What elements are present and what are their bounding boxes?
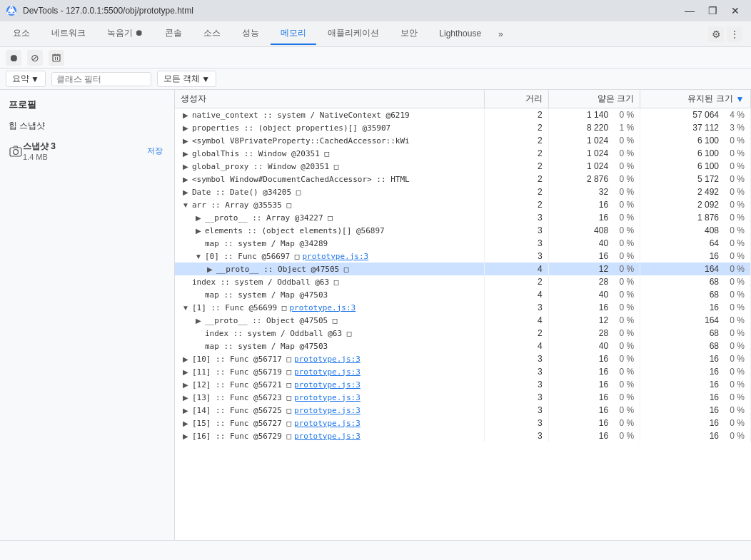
maximize-button[interactable]: ❐: [702, 4, 722, 18]
source-link[interactable]: prototype.js:3: [294, 393, 361, 402]
tab-recorder[interactable]: 녹음기 ⏺: [97, 23, 153, 45]
col-retained[interactable]: 유지된 크기 ▼: [640, 90, 750, 108]
tab-network[interactable]: 네트워크: [41, 23, 96, 45]
expand-button[interactable]: [193, 238, 203, 248]
more-options-button[interactable]: ⋮: [727, 26, 742, 42]
expand-button[interactable]: ▶: [205, 264, 215, 274]
all-objects-select[interactable]: 모든 객체 ▼: [157, 71, 216, 87]
expand-button[interactable]: ▶: [181, 187, 191, 197]
table-row[interactable]: ▶[12] :: Func @56721 □ prototype.js:3316…: [175, 378, 751, 391]
expand-button[interactable]: ▶: [181, 123, 191, 133]
table-row[interactable]: ▶properties :: (object properties)[] @35…: [175, 121, 751, 134]
expand-button[interactable]: ▶: [181, 418, 191, 428]
tab-application[interactable]: 애플리케이션: [318, 23, 389, 45]
expand-button[interactable]: ▶: [193, 213, 203, 223]
table-row[interactable]: ▼[1] :: Func @56699 □ prototype.js:33160…: [175, 301, 751, 314]
table-row[interactable]: ▶__proto__ :: Object @47505 □4120 %1640 …: [175, 314, 751, 327]
table-row[interactable]: ▶native_context :: system / NativeContex…: [175, 108, 751, 122]
expand-button[interactable]: ▶: [181, 367, 191, 377]
trash-button[interactable]: [49, 50, 64, 66]
snapshot-item[interactable]: 스냅샷 3 1.4 MB 저장: [0, 138, 174, 164]
expand-button[interactable]: ▶: [181, 392, 191, 402]
tab-lighthouse[interactable]: Lighthouse: [429, 24, 491, 44]
table-row[interactable]: index :: system / Oddball @63 □2280 %680…: [175, 275, 751, 288]
retained-value: 64: [710, 238, 722, 248]
distance-cell: 3: [484, 211, 548, 224]
expand-button[interactable]: [193, 328, 203, 338]
table-row[interactable]: ▶Date :: Date() @34205 □2320 %2 4920 %: [175, 185, 751, 198]
expand-button[interactable]: [193, 290, 203, 300]
table-row[interactable]: ▶[11] :: Func @56719 □ prototype.js:3316…: [175, 365, 751, 378]
table-row[interactable]: ▶elements :: (object elements)[] @568973…: [175, 224, 751, 237]
tab-sources[interactable]: 소스: [193, 23, 231, 45]
distance-cell: 2: [484, 185, 548, 198]
table-row[interactable]: ▶<symbol V8PrivateProperty::CachedAccess…: [175, 134, 751, 147]
table-row[interactable]: ▶[10] :: Func @56717 □ prototype.js:3316…: [175, 352, 751, 365]
table-row[interactable]: map :: system / Map @342893400 %640 %: [175, 237, 751, 250]
class-filter-input[interactable]: [51, 72, 151, 86]
tab-elements[interactable]: 요소: [3, 23, 40, 45]
expand-button[interactable]: ▶: [181, 431, 191, 441]
expand-button[interactable]: ▶: [181, 136, 191, 146]
table-row[interactable]: ▶global_proxy :: Window @20351 □21 0240 …: [175, 160, 751, 173]
record-button[interactable]: ⏺: [6, 50, 21, 66]
table-row[interactable]: ▶<symbol Window#DocumentCachedAccessor> …: [175, 173, 751, 185]
col-distance[interactable]: 거리: [484, 90, 548, 108]
table-row[interactable]: ▶__proto__ :: Array @34227 □3160 %1 8760…: [175, 211, 751, 224]
clear-button[interactable]: ⊘: [27, 50, 43, 66]
tab-performance[interactable]: 성능: [232, 23, 269, 45]
table-row[interactable]: ▶[15] :: Func @56727 □ prototype.js:3316…: [175, 417, 751, 429]
source-link[interactable]: prototype.js:3: [294, 355, 361, 364]
source-link[interactable]: prototype.js:3: [294, 419, 361, 428]
table-row[interactable]: ▼arr :: Array @35535 □2160 %2 0920 %: [175, 198, 751, 211]
tab-memory[interactable]: 메모리: [271, 23, 316, 45]
source-link[interactable]: prototype.js:3: [294, 406, 361, 415]
table-row[interactable]: ▶globalThis :: Window @20351 □21 0240 %6…: [175, 147, 751, 160]
close-button[interactable]: ✕: [725, 4, 745, 18]
expand-button[interactable]: [193, 341, 203, 351]
table-row[interactable]: map :: system / Map @475034400 %680 %: [175, 340, 751, 352]
source-link[interactable]: prototype.js:3: [302, 252, 368, 261]
minimize-button[interactable]: —: [680, 4, 700, 18]
settings-icon-button[interactable]: ⚙: [708, 26, 724, 42]
snapshot-save-button[interactable]: 저장: [144, 146, 166, 156]
source-link[interactable]: prototype.js:3: [294, 380, 361, 390]
expand-button[interactable]: ▶: [181, 380, 191, 390]
col-shallow[interactable]: 얕은 크기: [548, 90, 640, 108]
tree-cell: ▶__proto__ :: Object @47505 □: [181, 315, 478, 325]
expand-button[interactable]: [181, 277, 191, 287]
table-row[interactable]: ▶[14] :: Func @56725 □ prototype.js:3316…: [175, 404, 751, 417]
table-row[interactable]: map :: system / Map @475034400 %680 %: [175, 288, 751, 301]
source-link[interactable]: prototype.js:3: [294, 367, 361, 377]
expand-button[interactable]: ▶: [193, 315, 203, 325]
tab-console[interactable]: 콘솔: [155, 23, 192, 45]
expand-button[interactable]: ▼: [181, 302, 191, 312]
source-link[interactable]: prototype.js:3: [289, 303, 356, 312]
retained-pct: 0 %: [722, 225, 745, 235]
table-row[interactable]: ▶__proto__ :: Object @47505 □4120 %1640 …: [175, 263, 751, 275]
constructor-cell: ▶__proto__ :: Object @47505 □: [175, 263, 484, 275]
col-constructor[interactable]: 생성자: [175, 90, 484, 108]
summary-dropdown[interactable]: 요약 ▼: [6, 71, 46, 87]
table-row[interactable]: ▶[13] :: Func @56723 □ prototype.js:3316…: [175, 391, 751, 404]
expand-button[interactable]: ▶: [181, 354, 191, 364]
snapshot-info: 스냅샷 3 1.4 MB: [23, 141, 144, 161]
table-row[interactable]: index :: system / Oddball @63 □2280 %680…: [175, 327, 751, 340]
tab-more-button[interactable]: »: [493, 26, 509, 42]
expand-button[interactable]: ▶: [193, 225, 203, 235]
tab-security[interactable]: 보안: [390, 23, 428, 45]
tree-cell: ▶[13] :: Func @56723 □ prototype.js:3: [181, 392, 478, 402]
expand-button[interactable]: ▶: [181, 148, 191, 158]
table-row[interactable]: ▶[16] :: Func @56729 □ prototype.js:3316…: [175, 429, 751, 442]
table-row[interactable]: ▼[0] :: Func @56697 □ prototype.js:33160…: [175, 250, 751, 263]
titlebar-title: DevTools - 127.0.0.1:5500/obj/prototype.…: [23, 6, 674, 16]
shallow-pct: 1 %: [611, 123, 634, 133]
expand-button[interactable]: ▶: [181, 110, 191, 120]
expand-button[interactable]: ▼: [181, 200, 191, 210]
source-link[interactable]: prototype.js:3: [294, 432, 361, 441]
expand-button[interactable]: ▶: [181, 161, 191, 171]
expand-button[interactable]: ▼: [193, 251, 203, 261]
retained-pct: 0 %: [722, 174, 745, 184]
expand-button[interactable]: ▶: [181, 174, 191, 184]
expand-button[interactable]: ▶: [181, 405, 191, 415]
